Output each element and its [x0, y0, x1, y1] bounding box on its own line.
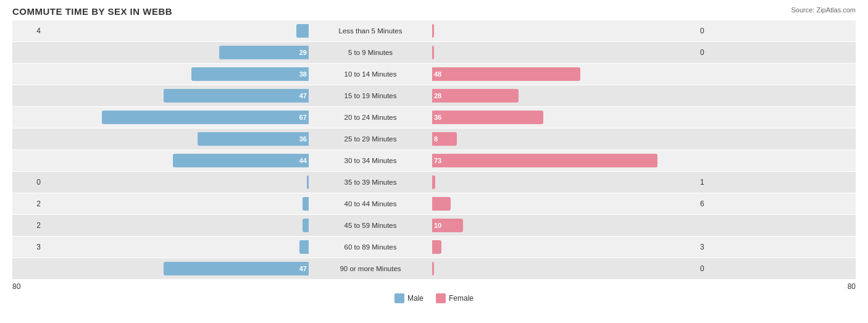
row-label: 25 to 29 Minutes	[309, 135, 432, 143]
male-bar: 44	[173, 154, 309, 167]
bars-area: 4Less than 5 Minutes0295 to 9 Minutes038…	[12, 20, 856, 281]
male-bar-container: 47	[43, 89, 309, 103]
axis-labels: 80 80	[12, 282, 856, 291]
table-row: 4790 or more Minutes0	[12, 258, 856, 279]
table-row: 4715 to 19 Minutes28	[12, 85, 856, 106]
chart-container: COMMUTE TIME BY SEX IN WEBB Source: ZipA…	[0, 0, 868, 323]
female-bar-container: 48	[432, 67, 698, 81]
table-row: 3810 to 14 Minutes48	[12, 64, 856, 85]
female-bar	[432, 240, 441, 254]
legend-male-label: Male	[407, 294, 424, 303]
female-bar: 28	[432, 89, 519, 103]
male-bar: 29	[219, 46, 309, 59]
row-label: 10 to 14 Minutes	[309, 70, 432, 78]
table-row: 035 to 39 Minutes1	[12, 172, 856, 193]
male-bar	[299, 240, 309, 254]
table-row: 3625 to 29 Minutes8	[12, 128, 856, 149]
table-row: 360 to 89 Minutes3	[12, 237, 856, 258]
female-bar-container: 10	[432, 219, 698, 232]
legend-female-box	[436, 293, 446, 303]
female-bar	[432, 197, 451, 211]
male-bar-container: 36	[43, 132, 309, 146]
female-bar: 36	[432, 111, 543, 124]
row-label: Less than 5 Minutes	[309, 27, 432, 35]
male-bar: 47	[164, 262, 309, 275]
male-bar-container	[43, 240, 309, 254]
axis-left: 80	[12, 282, 20, 291]
female-value: 0	[698, 264, 728, 273]
female-value: 0	[698, 27, 728, 35]
female-bar	[432, 262, 434, 275]
row-label: 40 to 44 Minutes	[309, 200, 432, 208]
female-bar: 73	[432, 154, 657, 167]
male-bar	[303, 197, 309, 211]
female-bar: 48	[432, 67, 580, 81]
male-bar-container: 38	[43, 67, 309, 81]
male-bar-container	[43, 24, 309, 38]
row-label: 5 to 9 Minutes	[309, 49, 432, 56]
male-bar: 38	[191, 67, 309, 81]
male-bar-container: 67	[43, 111, 309, 124]
female-value: 1	[698, 178, 728, 187]
male-bar: 47	[164, 89, 309, 103]
legend-area: Male Female	[12, 293, 856, 303]
male-bar: 67	[102, 111, 309, 124]
table-row: 295 to 9 Minutes0	[12, 42, 856, 63]
female-bar-container	[432, 24, 698, 38]
male-value: 2	[12, 221, 43, 230]
main-content: 4Less than 5 Minutes0295 to 9 Minutes038…	[12, 20, 856, 303]
female-bar	[432, 24, 434, 38]
row-label: 35 to 39 Minutes	[309, 178, 432, 186]
male-bar-container: 44	[43, 154, 309, 167]
female-bar-container: 8	[432, 132, 698, 146]
chart-title: COMMUTE TIME BY SEX IN WEBB	[12, 6, 856, 17]
female-bar	[432, 46, 434, 59]
table-row: 240 to 44 Minutes6	[12, 193, 856, 214]
row-label: 45 to 59 Minutes	[309, 222, 432, 229]
female-value: 6	[698, 199, 728, 208]
male-bar-container: 29	[43, 46, 309, 59]
row-label: 30 to 34 Minutes	[309, 157, 432, 164]
table-row: 6720 to 24 Minutes36	[12, 107, 856, 128]
row-label: 90 or more Minutes	[309, 265, 432, 272]
table-row: 4430 to 34 Minutes73	[12, 150, 856, 171]
table-row: 245 to 59 Minutes10	[12, 215, 856, 236]
female-bar: 10	[432, 219, 463, 232]
female-value: 0	[698, 48, 728, 57]
female-bar-container	[432, 262, 698, 275]
axis-right: 80	[848, 282, 856, 291]
female-bar	[432, 175, 435, 189]
female-bar-container: 36	[432, 111, 698, 124]
row-label: 60 to 89 Minutes	[309, 243, 432, 251]
table-row: 4Less than 5 Minutes0	[12, 20, 856, 41]
male-bar-container	[43, 219, 309, 232]
source-label: Source: ZipAtlas.com	[791, 6, 856, 14]
male-bar: 36	[198, 132, 309, 146]
female-bar-container	[432, 46, 698, 59]
female-bar-container: 73	[432, 154, 698, 167]
male-value: 0	[12, 178, 43, 187]
row-label: 15 to 19 Minutes	[309, 92, 432, 99]
male-value: 2	[12, 199, 43, 208]
legend-male-box	[394, 293, 404, 303]
male-value: 3	[12, 243, 43, 251]
legend-female: Female	[436, 293, 474, 303]
male-bar-container: 47	[43, 262, 309, 275]
female-bar-container	[432, 240, 698, 254]
row-label: 20 to 24 Minutes	[309, 114, 432, 121]
female-bar: 8	[432, 132, 457, 146]
legend-male: Male	[394, 293, 424, 303]
female-bar-container	[432, 175, 698, 189]
male-bar-container	[43, 175, 309, 189]
female-bar-container: 28	[432, 89, 698, 103]
male-bar	[296, 24, 309, 38]
female-value: 3	[698, 243, 728, 251]
male-bar-container	[43, 197, 309, 211]
female-bar-container	[432, 197, 698, 211]
male-value: 4	[12, 27, 43, 35]
legend-female-label: Female	[449, 294, 474, 303]
male-bar	[303, 219, 309, 232]
